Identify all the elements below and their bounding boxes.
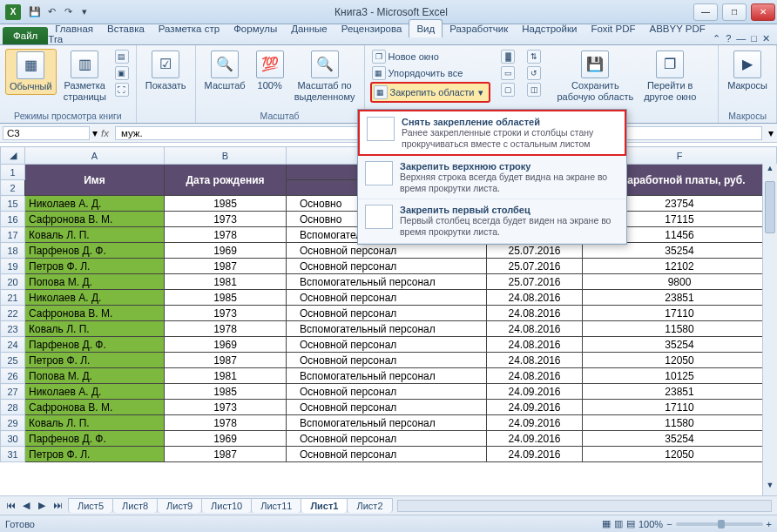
- table-row[interactable]: 18Парфенов Д. Ф.1969Основной персонал25.…: [1, 243, 777, 259]
- cell[interactable]: 23851: [583, 384, 777, 400]
- cell[interactable]: Петров Ф. Л.: [25, 259, 165, 274]
- cell[interactable]: Основной персонал: [287, 447, 487, 462]
- cell[interactable]: 1969: [165, 243, 287, 259]
- select-all-corner[interactable]: ◢: [1, 147, 25, 165]
- cell[interactable]: 12102: [583, 259, 777, 274]
- cell[interactable]: 1985: [165, 196, 287, 212]
- cell[interactable]: 25.07.2016: [487, 243, 583, 259]
- table-row[interactable]: 19Петров Ф. Л.1987Основной персонал25.07…: [1, 259, 777, 274]
- cell[interactable]: Основной персонал: [287, 243, 487, 259]
- cell[interactable]: 17110: [583, 306, 777, 321]
- ribbon-tab[interactable]: Вставка: [100, 20, 152, 37]
- doc-close-icon[interactable]: ✕: [762, 33, 770, 44]
- view-break-icon[interactable]: ▤: [626, 518, 635, 529]
- row-header[interactable]: 1: [1, 165, 25, 180]
- sheet-tab[interactable]: Лист11: [251, 498, 301, 513]
- cell[interactable]: 23851: [583, 290, 777, 306]
- unhide-button[interactable]: ▢: [499, 82, 517, 98]
- zoom-out-icon[interactable]: −: [666, 519, 672, 529]
- table-row[interactable]: 21Николаев А. Д.1985Основной персонал24.…: [1, 290, 777, 306]
- cell[interactable]: Основной персонал: [287, 353, 487, 368]
- cell[interactable]: 24.09.2016: [487, 431, 583, 447]
- cell[interactable]: 24.08.2016: [487, 337, 583, 353]
- cell[interactable]: 1987: [165, 353, 287, 368]
- qat-dropdown-icon[interactable]: ▾: [78, 5, 91, 19]
- minimize-button[interactable]: —: [693, 3, 718, 21]
- cell[interactable]: Основной персонал: [287, 259, 487, 274]
- cell[interactable]: 11580: [583, 415, 777, 431]
- cell[interactable]: Коваль Л. П.: [25, 415, 165, 431]
- table-row[interactable]: 20Попова М. Д.1981Вспомогательный персон…: [1, 274, 777, 290]
- cell[interactable]: 24.08.2016: [487, 353, 583, 368]
- sheet-tab[interactable]: Лист1: [301, 498, 348, 513]
- row-header[interactable]: 17: [1, 227, 25, 243]
- cell[interactable]: 25.07.2016: [487, 259, 583, 274]
- show-button[interactable]: ☑ Показать: [142, 49, 190, 93]
- table-row[interactable]: 24Парфенов Д. Ф.1969Основной персонал24.…: [1, 337, 777, 353]
- scroll-thumb[interactable]: [765, 181, 775, 233]
- cell[interactable]: 1978: [165, 227, 287, 243]
- file-tab[interactable]: Файл: [3, 27, 48, 44]
- cell[interactable]: Петров Ф. Л.: [25, 353, 165, 368]
- ribbon-tab[interactable]: Разметка стр: [152, 20, 226, 37]
- cell[interactable]: Основной персонал: [287, 384, 487, 400]
- row-header[interactable]: 24: [1, 337, 25, 353]
- row-header[interactable]: 29: [1, 415, 25, 431]
- row-header[interactable]: 16: [1, 212, 25, 227]
- zoom-100-button[interactable]: 💯 100%: [253, 49, 287, 93]
- cell[interactable]: 1978: [165, 321, 287, 337]
- cell[interactable]: Попова М. Д.: [25, 274, 165, 290]
- cell[interactable]: 11580: [583, 321, 777, 337]
- cell[interactable]: 35254: [583, 337, 777, 353]
- cell[interactable]: 24.08.2016: [487, 321, 583, 337]
- cell[interactable]: 1969: [165, 431, 287, 447]
- cell[interactable]: Николаев А. Д.: [25, 196, 165, 212]
- freeze-panes-button[interactable]: ▦Закрепить области▾: [370, 82, 491, 103]
- cell[interactable]: Основной персонал: [287, 337, 487, 353]
- cell[interactable]: 24.08.2016: [487, 306, 583, 321]
- cell[interactable]: Коваль Л. П.: [25, 227, 165, 243]
- cell[interactable]: Николаев А. Д.: [25, 384, 165, 400]
- cell[interactable]: 17110: [583, 400, 777, 415]
- column-header[interactable]: B: [165, 147, 287, 165]
- zoom-button[interactable]: 🔍 Масштаб: [201, 49, 249, 93]
- row-header[interactable]: 21: [1, 290, 25, 306]
- row-header[interactable]: 25: [1, 353, 25, 368]
- side-by-side-button[interactable]: ◫: [525, 82, 543, 98]
- cell[interactable]: Основной персонал: [287, 306, 487, 321]
- table-row[interactable]: 27Николаев А. Д.1985Основной персонал24.…: [1, 384, 777, 400]
- cell[interactable]: Петров Ф. Л.: [25, 447, 165, 462]
- cell[interactable]: Сафронова В. М.: [25, 212, 165, 227]
- cell[interactable]: Николаев А. Д.: [25, 290, 165, 306]
- sheet-tab[interactable]: Лист10: [201, 498, 252, 513]
- cell[interactable]: 24.08.2016: [487, 368, 583, 384]
- cell[interactable]: 1973: [165, 306, 287, 321]
- row-header[interactable]: 18: [1, 243, 25, 259]
- cell[interactable]: 1973: [165, 212, 287, 227]
- row-header[interactable]: 19: [1, 259, 25, 274]
- freeze-dropdown-item[interactable]: Закрепить первый столбецПервый столбец в…: [358, 199, 626, 243]
- save-workspace-button[interactable]: 💾 Сохранить рабочую область: [553, 49, 637, 104]
- row-header[interactable]: 31: [1, 447, 25, 462]
- horizontal-scrollbar[interactable]: [397, 500, 772, 512]
- fx-label[interactable]: fx: [98, 128, 112, 138]
- table-row[interactable]: 23Коваль Л. П.1978Вспомогательный персон…: [1, 321, 777, 337]
- table-row[interactable]: 31Петров Ф. Л.1987Основной персонал24.09…: [1, 447, 777, 462]
- cell[interactable]: Основной персонал: [287, 431, 487, 447]
- row-header[interactable]: 22: [1, 306, 25, 321]
- cell[interactable]: 1981: [165, 274, 287, 290]
- custom-views-button[interactable]: ▣: [113, 65, 131, 81]
- cell[interactable]: Вспомогательный персонал: [287, 368, 487, 384]
- view-layout-icon[interactable]: ▥: [614, 518, 623, 529]
- switch-windows-button[interactable]: ❐ Перейти в другое окно: [640, 49, 699, 104]
- maximize-button[interactable]: □: [722, 3, 747, 21]
- row-header[interactable]: 20: [1, 274, 25, 290]
- cell[interactable]: 24.09.2016: [487, 415, 583, 431]
- fullscreen-button[interactable]: ⛶: [113, 82, 131, 98]
- zoom-selection-button[interactable]: 🔍 Масштаб по выделенному: [291, 49, 359, 104]
- formula-expand-icon[interactable]: ▾: [765, 127, 777, 139]
- minimize-ribbon-icon[interactable]: ⌃: [713, 33, 720, 44]
- doc-minimize-icon[interactable]: —: [736, 33, 746, 44]
- cell[interactable]: 1987: [165, 447, 287, 462]
- scroll-up-icon[interactable]: ▲: [763, 164, 777, 178]
